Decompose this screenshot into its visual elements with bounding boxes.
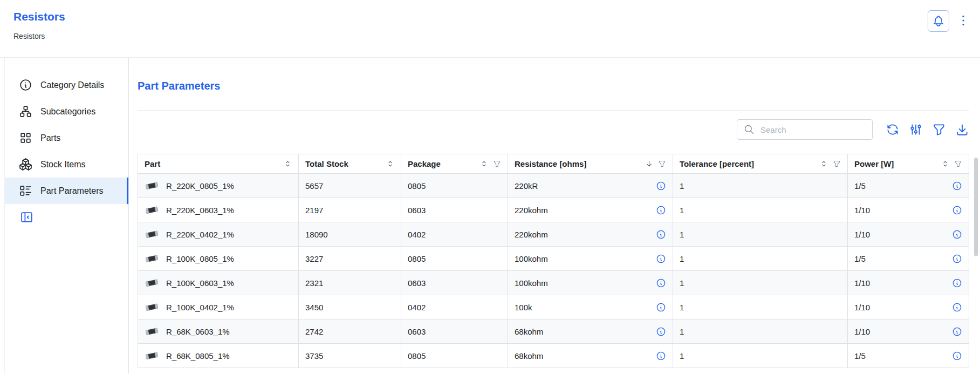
column-filter-icon[interactable] xyxy=(658,160,666,168)
cell-power: 1/10 xyxy=(854,303,870,312)
info-icon[interactable] xyxy=(952,254,962,264)
info-icon[interactable] xyxy=(656,302,666,312)
info-icon[interactable] xyxy=(952,351,962,361)
part-name: R_100K_0402_1% xyxy=(166,303,234,312)
column-filter-icon[interactable] xyxy=(493,160,501,168)
sidebar-collapse-button[interactable] xyxy=(19,210,33,225)
column-label: Part xyxy=(145,159,160,168)
cell-power: 1/5 xyxy=(854,351,866,361)
column-filter-icon[interactable] xyxy=(954,160,962,168)
info-icon[interactable] xyxy=(656,351,666,361)
info-icon[interactable] xyxy=(952,205,962,215)
cell-package: 0805 xyxy=(401,344,508,368)
table-row[interactable]: R_68K_0805_1% 3735 0805 68kohm 1 1/5 xyxy=(138,344,969,368)
cell-tolerance: 1 xyxy=(673,222,848,247)
content-area: Category Details Subcategories Parts Sto… xyxy=(4,58,980,373)
info-icon[interactable] xyxy=(952,181,962,191)
sort-icon xyxy=(386,160,394,168)
cell-tolerance: 1 xyxy=(673,319,848,344)
download-icon xyxy=(955,123,969,137)
table-row[interactable]: R_68K_0603_1% 2742 0603 68kohm 1 1/10 xyxy=(138,319,969,344)
column-label: Tolerance [percent] xyxy=(680,159,754,168)
column-label: Resistance [ohms] xyxy=(515,159,586,168)
dots-vertical-icon xyxy=(956,13,970,28)
info-icon[interactable] xyxy=(656,254,666,264)
part-thumbnail xyxy=(145,205,159,215)
download-button[interactable] xyxy=(955,123,969,137)
sidebar-item-label: Part Parameters xyxy=(40,186,103,196)
cell-tolerance: 1 xyxy=(673,174,848,198)
info-icon[interactable] xyxy=(952,278,962,288)
table-row[interactable]: R_220K_0402_1% 18090 0402 220kohm 1 1/10 xyxy=(138,222,969,247)
info-circle-icon xyxy=(19,78,32,92)
filter-button[interactable] xyxy=(932,123,946,137)
column-header-package[interactable]: Package xyxy=(401,154,508,174)
sidebar-item-stock-items[interactable]: Stock Items xyxy=(5,151,128,178)
info-icon[interactable] xyxy=(952,327,962,337)
cell-package: 0805 xyxy=(401,247,508,271)
column-header-tolerance[interactable]: Tolerance [percent] xyxy=(673,154,848,174)
notifications-button[interactable] xyxy=(928,10,949,32)
part-name: R_100K_0603_1% xyxy=(166,278,234,288)
part-name: R_68K_0603_1% xyxy=(166,327,230,336)
sidebar-item-parts[interactable]: Parts xyxy=(5,125,128,151)
column-header-power[interactable]: Power [W] xyxy=(848,154,969,174)
refresh-button[interactable] xyxy=(886,123,900,137)
table-row[interactable]: R_220K_0805_1% 5657 0805 220kR 1 1/5 xyxy=(138,174,969,198)
overflow-menu-button[interactable] xyxy=(956,13,970,29)
part-thumbnail xyxy=(145,350,159,361)
cell-tolerance: 1 xyxy=(673,198,848,222)
info-icon[interactable] xyxy=(952,229,962,240)
info-icon[interactable] xyxy=(656,205,666,215)
cell-resistance: 220kohm xyxy=(515,206,548,215)
table-options-button[interactable] xyxy=(909,123,923,137)
sidebar-item-subcategories[interactable]: Subcategories xyxy=(5,98,128,125)
table-row[interactable]: R_100K_0402_1% 3450 0402 100k 1 1/10 xyxy=(138,295,969,319)
cell-total-stock: 18090 xyxy=(299,222,401,247)
packages-icon xyxy=(19,158,32,171)
column-label: Package xyxy=(408,159,441,168)
search-input[interactable] xyxy=(759,125,866,135)
breadcrumb: Resistors xyxy=(13,32,980,40)
column-header-part[interactable]: Part xyxy=(138,154,299,174)
list-details-icon xyxy=(19,184,32,198)
part-thumbnail xyxy=(145,180,159,191)
cell-power: 1/10 xyxy=(854,327,870,336)
info-icon[interactable] xyxy=(656,327,666,337)
sidebar-item-part-parameters[interactable]: Part Parameters xyxy=(5,178,128,204)
cell-resistance: 68kohm xyxy=(515,327,543,336)
column-header-resistance[interactable]: Resistance [ohms] xyxy=(508,154,673,174)
sidebar-item-label: Subcategories xyxy=(40,107,95,117)
refresh-icon xyxy=(886,123,900,137)
cell-tolerance: 1 xyxy=(673,344,848,368)
column-filter-icon[interactable] xyxy=(833,160,841,168)
sort-desc-icon xyxy=(645,160,653,168)
panel-title: Part Parameters xyxy=(138,79,969,92)
sidebar-item-category-details[interactable]: Category Details xyxy=(5,72,128,98)
table-row[interactable]: R_100K_0603_1% 2321 0603 100kohm 1 1/10 xyxy=(138,271,969,295)
info-icon[interactable] xyxy=(656,229,666,240)
table-row[interactable]: R_100K_0805_1% 3227 0805 100kohm 1 1/5 xyxy=(138,247,969,271)
breadcrumb-item-resistors[interactable]: Resistors xyxy=(13,32,45,40)
info-icon[interactable] xyxy=(656,181,666,191)
sidebar: Category Details Subcategories Parts Sto… xyxy=(5,58,129,373)
grid-icon xyxy=(19,131,32,145)
column-header-total-stock[interactable]: Total Stock xyxy=(299,154,401,174)
cell-power: 1/10 xyxy=(854,230,870,239)
info-icon[interactable] xyxy=(656,278,666,288)
cell-total-stock: 2742 xyxy=(299,319,401,344)
cell-resistance: 100kohm xyxy=(515,254,548,263)
cell-tolerance: 1 xyxy=(673,295,848,319)
part-thumbnail xyxy=(145,253,159,264)
scrollbar-thumb[interactable] xyxy=(974,158,978,256)
sitemap-icon xyxy=(19,105,32,118)
table-row[interactable]: R_220K_0603_1% 2197 0603 220kohm 1 1/10 xyxy=(138,198,969,222)
info-icon[interactable] xyxy=(952,302,962,312)
cell-resistance: 220kR xyxy=(515,181,538,191)
part-name: R_220K_0603_1% xyxy=(166,206,234,215)
part-name: R_220K_0805_1% xyxy=(166,181,234,191)
table-toolbar xyxy=(138,119,969,140)
search-icon xyxy=(744,124,755,135)
cell-package: 0805 xyxy=(401,174,508,198)
cell-package: 0402 xyxy=(401,295,508,319)
